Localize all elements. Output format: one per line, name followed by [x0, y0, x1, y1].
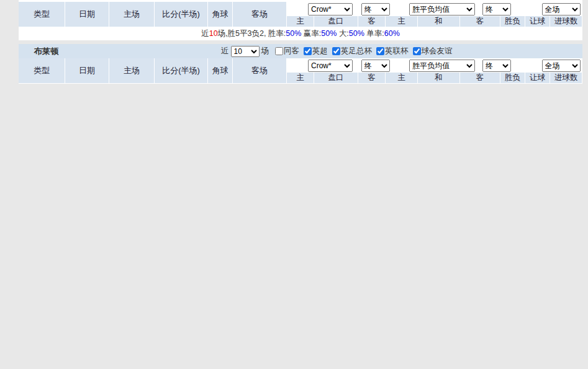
filter-item: 英足总杯 — [328, 47, 372, 55]
filter-checkbox[interactable] — [275, 47, 283, 55]
summary-part: 近 — [201, 29, 209, 38]
team-header-bar: 布莱顿 近 10 场 同客英超英足总杯英联杯球会友谊 — [19, 44, 582, 58]
summary-part: 赢率: — [301, 29, 321, 38]
col-avg-home: 主 — [386, 73, 418, 84]
filter-checkbox[interactable] — [376, 47, 384, 55]
summary-part: 60% — [384, 29, 400, 38]
filter-label: 英超 — [312, 47, 328, 55]
filter-controls: 近 10 场 同客英超英足总杯英联杯球会友谊 — [219, 44, 453, 58]
filter-item: 同客 — [271, 47, 299, 55]
recent-count-select[interactable]: 10 — [231, 46, 260, 57]
col-wdl: 胜负 — [500, 73, 525, 84]
avg-time-select[interactable]: 终 — [482, 60, 511, 72]
page: 类型 日期 主场 比分(半场) 角球 客场 Crow* 终 胜平负均值 终 全场 — [0, 0, 588, 369]
summary-part: 场,胜5平3负2, 胜率: — [218, 29, 286, 38]
col-type: 类型 — [19, 2, 65, 27]
matches-table-2: 类型 日期 主场 比分(半场) 角球 客场 Crow* 终 胜平负均值 终 全场 — [19, 58, 582, 84]
col-goals: 进球数 — [550, 16, 582, 27]
col-avg-home: 主 — [386, 16, 418, 27]
filter-label: 球会友谊 — [422, 47, 453, 55]
col-score: 比分(半场) — [155, 58, 208, 84]
bookmaker-select[interactable]: Crow* — [308, 3, 353, 16]
filter-checkbox[interactable] — [332, 47, 340, 55]
avg-odds-select[interactable]: 胜平负均值 — [409, 3, 475, 16]
avg-time-select[interactable]: 终 — [482, 3, 511, 16]
col-odds-home: 主 — [287, 16, 314, 27]
filter-item: 英联杯 — [372, 47, 409, 55]
col-type: 类型 — [19, 58, 65, 84]
recent-label: 近 — [221, 44, 229, 58]
col-odds-away: 客 — [358, 16, 386, 27]
summary-part: 10 — [209, 29, 218, 38]
filter-checkbox[interactable] — [413, 47, 421, 55]
odds-time-select[interactable]: 终 — [361, 3, 390, 16]
col-odds-home: 主 — [287, 73, 314, 84]
summary-part: 大: — [337, 29, 348, 38]
col-avg-away: 客 — [460, 73, 500, 84]
second-team-section: 布莱顿 近 10 场 同客英超英足总杯英联杯球会友谊 类型 日期 主场 比分(半… — [19, 44, 582, 84]
scope-select[interactable]: 全场 — [542, 60, 581, 72]
col-odds-handicap: 盘口 — [314, 16, 358, 27]
col-corner: 角球 — [208, 2, 233, 27]
col-goals: 进球数 — [550, 73, 582, 84]
first-team-section: 类型 日期 主场 比分(半场) 角球 客场 Crow* 终 胜平负均值 终 全场 — [19, 0, 582, 40]
scope-select[interactable]: 全场 — [542, 3, 581, 16]
league-filters: 同客英超英足总杯英联杯球会友谊 — [271, 44, 453, 58]
col-score: 比分(半场) — [155, 2, 208, 27]
odds-selects-row: Crow* 终 胜平负均值 终 全场 — [287, 58, 582, 73]
col-avg-away: 客 — [460, 16, 500, 27]
games-label: 场 — [261, 44, 269, 58]
col-wdl: 胜负 — [500, 16, 525, 27]
summary-part: 50% — [321, 29, 337, 38]
col-avg-draw: 和 — [418, 16, 460, 27]
summary-part: 50% — [349, 29, 364, 38]
matches-table-1: 类型 日期 主场 比分(半场) 角球 客场 Crow* 终 胜平负均值 终 全场 — [19, 2, 582, 40]
col-avg-draw: 和 — [418, 73, 460, 84]
col-away: 客场 — [233, 2, 287, 27]
odds-selects-row: Crow* 终 胜平负均值 终 全场 — [287, 2, 582, 16]
filter-label: 英足总杯 — [341, 47, 372, 55]
filter-label: 同客 — [284, 47, 299, 55]
team-name: 布莱顿 — [34, 47, 58, 56]
summary-part: 单率: — [364, 29, 384, 38]
col-date: 日期 — [65, 58, 109, 84]
avg-odds-select[interactable]: 胜平负均值 — [409, 60, 475, 72]
col-handicap-result: 让球 — [525, 16, 550, 27]
stats-summary-row: 近10场,胜5平3负2, 胜率:50% 赢率:50% 大:50% 单率:60% — [19, 27, 582, 40]
col-odds-away: 客 — [358, 73, 386, 84]
col-away: 客场 — [233, 58, 287, 84]
col-odds-handicap: 盘口 — [314, 73, 358, 84]
col-handicap-result: 让球 — [525, 73, 550, 84]
col-date: 日期 — [65, 2, 109, 27]
col-home: 主场 — [109, 58, 155, 84]
col-home: 主场 — [109, 2, 155, 27]
filter-item: 英超 — [299, 47, 328, 55]
bookmaker-select[interactable]: Crow* — [308, 60, 353, 72]
col-corner: 角球 — [208, 58, 233, 84]
odds-time-select[interactable]: 终 — [361, 60, 390, 72]
summary-part: 50% — [286, 29, 301, 38]
stats-summary: 近10场,胜5平3负2, 胜率:50% 赢率:50% 大:50% 单率:60% — [19, 27, 582, 40]
filter-checkbox[interactable] — [304, 47, 312, 55]
filter-item: 球会友谊 — [409, 47, 453, 55]
filter-label: 英联杯 — [385, 47, 409, 55]
